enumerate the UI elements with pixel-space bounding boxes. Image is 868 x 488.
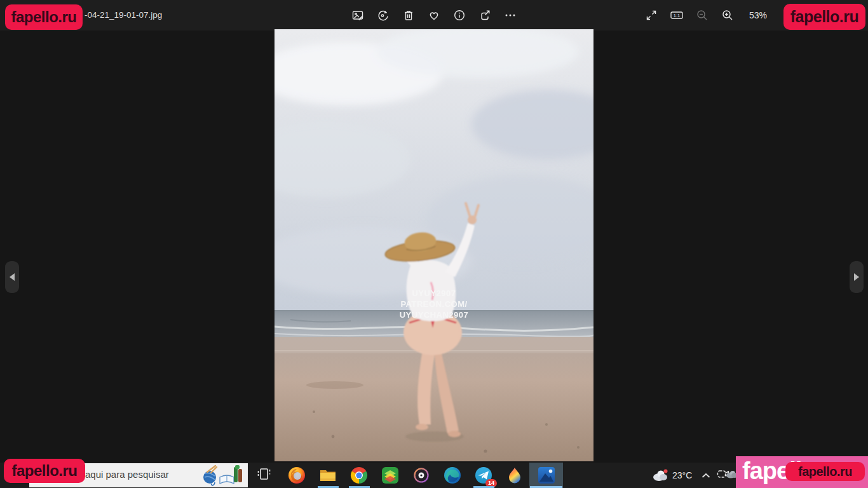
viewer-area: UYUY2907 PATREON.COM/ UYUYCHAN2907	[0, 30, 868, 463]
task-view-icon	[257, 466, 272, 484]
bing-daily-illustration-icon	[198, 464, 245, 488]
toolbar-center-group	[346, 4, 522, 27]
zoom-in-button[interactable]	[716, 4, 739, 27]
watermark-badge-top-right: fapello.ru	[783, 4, 865, 30]
edit-image-button[interactable]	[346, 4, 369, 27]
firefox-icon	[287, 466, 306, 485]
tray-temperature[interactable]: 23°C	[672, 470, 692, 480]
chrome-icon	[349, 466, 369, 485]
next-image-button[interactable]	[850, 261, 864, 293]
fullscreen-button[interactable]	[640, 4, 663, 27]
file-explorer-icon	[318, 466, 337, 485]
favorite-button[interactable]	[423, 4, 445, 27]
paint-drop-icon	[505, 466, 524, 485]
watermark-badge-bottom-left: fapello.ru	[4, 459, 85, 483]
toolbar-zoom-group: 1:1 53%	[640, 4, 775, 27]
photos-app-icon	[537, 466, 556, 485]
more-options-button[interactable]	[499, 4, 522, 27]
rotate-button[interactable]	[372, 4, 395, 27]
firefox-taskbar-icon[interactable]	[282, 463, 311, 488]
bluestacks-icon	[381, 466, 400, 485]
chevron-left-icon	[8, 273, 16, 281]
beach-photo: UYUY2907 PATREON.COM/ UYUYCHAN2907	[275, 29, 593, 461]
watermark-badge-top-left: fapello.ru	[5, 4, 83, 30]
info-icon	[453, 9, 466, 22]
tray-overflow-button[interactable]	[698, 463, 714, 488]
svg-text:UYUYCHAN2907: UYUYCHAN2907	[400, 310, 469, 320]
chevron-right-icon	[853, 273, 860, 281]
bluestacks-taskbar-icon[interactable]	[376, 463, 405, 488]
paint-drop-taskbar-icon[interactable]	[500, 463, 529, 488]
weather-tray-button[interactable]	[649, 463, 671, 488]
svg-text:PATREON.COM/: PATREON.COM/	[400, 299, 467, 309]
media-disc-taskbar-icon[interactable]	[407, 463, 436, 488]
previous-image-button[interactable]	[5, 261, 19, 293]
chevron-up-icon	[702, 470, 710, 481]
share-icon	[478, 9, 491, 22]
actual-size-button[interactable]: 1:1	[665, 4, 688, 27]
photos-app-taskbar-icon[interactable]	[529, 463, 563, 488]
zoom-out-button[interactable]	[691, 4, 714, 27]
edge-taskbar-icon[interactable]	[438, 463, 467, 488]
info-button[interactable]	[448, 4, 471, 27]
zoom-in-icon	[721, 9, 734, 22]
edit-image-icon	[351, 9, 364, 22]
zoom-level-value: 53%	[742, 4, 775, 27]
task-view-button[interactable]	[250, 463, 279, 488]
trash-icon	[402, 9, 415, 22]
media-disc-icon	[412, 466, 431, 485]
weather-cloud-icon	[652, 468, 668, 482]
telegram-taskbar-icon[interactable]: 14	[469, 463, 498, 488]
edge-icon	[443, 466, 462, 485]
rotate-icon	[377, 9, 390, 22]
fullscreen-icon	[645, 9, 658, 22]
photos-toolbar: -04-21_19-01-07.jpg	[0, 0, 868, 30]
share-button[interactable]	[473, 4, 496, 27]
actual-size-icon: 1:1	[670, 9, 684, 22]
search-box-text: aqui para pesquisar	[85, 469, 169, 480]
heart-icon	[428, 9, 440, 22]
zoom-out-icon	[696, 9, 709, 22]
image-filename: -04-21_19-01-07.jpg	[85, 10, 162, 20]
file-explorer-taskbar-icon[interactable]	[313, 463, 342, 488]
svg-text:1:1: 1:1	[674, 13, 680, 18]
watermark-badge-bottom-right: fapello.ru	[785, 462, 865, 481]
more-dots-icon	[504, 9, 517, 22]
delete-button[interactable]	[397, 4, 420, 27]
svg-text:UYUY2907: UYUY2907	[412, 288, 456, 298]
photos-app-window: -04-21_19-01-07.jpg	[0, 0, 868, 488]
chrome-taskbar-icon[interactable]	[344, 463, 374, 488]
photo-viewport[interactable]: UYUY2907 PATREON.COM/ UYUYCHAN2907	[275, 29, 593, 461]
